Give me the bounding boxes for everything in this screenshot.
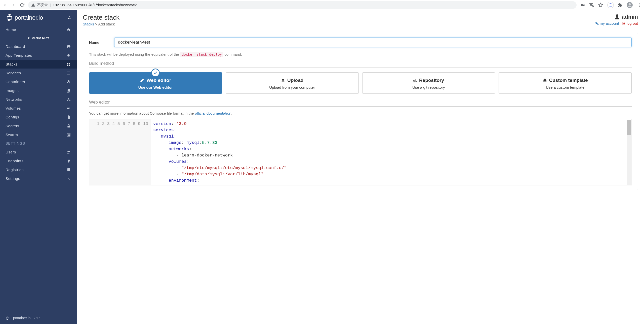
svg-point-3 <box>639 3 640 4</box>
home-icon <box>67 28 71 32</box>
svg-point-2 <box>629 3 631 5</box>
method-subtitle: Use a custom template <box>501 85 629 89</box>
sidebar-item-label: Dashboard <box>6 44 25 49</box>
sidebar-item-secrets[interactable]: Secrets <box>0 121 77 130</box>
sidebar-primary-section: PRIMARY <box>0 34 77 42</box>
sidebar-item-label: Images <box>6 88 19 93</box>
sitemap-icon <box>67 98 71 102</box>
wrench-icon <box>595 22 599 25</box>
sidebar-toggle-icon[interactable] <box>67 16 72 20</box>
svg-rect-16 <box>68 98 69 99</box>
back-button[interactable] <box>3 3 8 8</box>
clone-icon <box>67 89 71 93</box>
breadcrumb-link-stacks[interactable]: Stacks <box>83 22 94 26</box>
method-card-repository[interactable]: gitRepositoryUse a git repository <box>362 72 495 94</box>
sidebar-item-containers[interactable]: Containers <box>0 77 77 86</box>
extension-icon[interactable] <box>607 2 614 8</box>
svg-point-26 <box>69 151 70 152</box>
sidebar-item-dashboard[interactable]: Dashboard <box>0 42 77 51</box>
web-editor-title: Web editor <box>89 100 632 107</box>
sidebar-item-label: Secrets <box>6 124 19 128</box>
sidebar-item-images[interactable]: Images <box>0 86 77 95</box>
sidebar-item-label: Networks <box>6 97 22 102</box>
sidebar-item-label: Settings <box>6 176 20 181</box>
svg-point-29 <box>69 179 70 179</box>
sidebar-item-swarm[interactable]: Swarm <box>0 130 77 139</box>
sidebar-item-label: Home <box>6 27 16 32</box>
official-docs-link[interactable]: official documentation <box>195 111 231 115</box>
my-account-link[interactable]: my account <box>595 21 620 25</box>
svg-marker-0 <box>599 3 603 7</box>
object-group-icon <box>67 133 71 137</box>
sidebar-footer: portainer.io 2.1.1 <box>0 312 77 324</box>
breadcrumb: Stacks > Add stack <box>83 22 119 26</box>
sidebar-item-users[interactable]: Users <box>0 148 77 156</box>
menu-icon[interactable] <box>637 3 641 7</box>
check-icon <box>151 69 160 77</box>
logout-link[interactable]: log out <box>622 21 638 25</box>
url-text: 192.168.64.153:9000/#!/1/docker/stacks/n… <box>53 3 137 7</box>
translate-icon[interactable] <box>589 3 594 8</box>
svg-rect-7 <box>67 63 68 64</box>
sidebar-item-configs[interactable]: Configs <box>0 113 77 121</box>
name-label: Name <box>89 40 114 45</box>
method-title: Custom template <box>549 78 588 83</box>
th-icon <box>67 62 71 66</box>
plug-icon <box>27 37 30 40</box>
reload-button[interactable] <box>20 3 25 8</box>
editor-body[interactable]: version: '3.9' services: mysql: image: m… <box>151 119 631 185</box>
sidebar-item-label: Containers <box>6 80 25 84</box>
cogs-icon <box>67 177 71 181</box>
version-text: 2.1.1 <box>33 316 41 320</box>
method-card-web-editor[interactable]: Web editorUse our Web editor <box>89 72 222 94</box>
svg-rect-24 <box>68 135 69 136</box>
code-editor[interactable]: 1 2 3 4 5 6 7 8 9 10 version: '3.9' serv… <box>89 119 632 185</box>
sidebar: portainer.io Home PRIMARY DashboardApp T… <box>0 10 77 324</box>
sidebar-item-networks[interactable]: Networks <box>0 95 77 104</box>
user-label: admin <box>593 14 638 20</box>
footer-logo-text: portainer.io <box>13 316 30 320</box>
page-title: Create stack <box>83 14 119 21</box>
sidebar-item-volumes[interactable]: Volumes <box>0 104 77 113</box>
method-subtitle: Use our Web editor <box>92 85 219 89</box>
name-input[interactable] <box>114 38 632 47</box>
editor-help-text: You can get more information about Compo… <box>89 111 632 115</box>
extensions-icon[interactable] <box>618 3 622 7</box>
sidebar-item-services[interactable]: Services <box>0 69 77 77</box>
user-icon <box>614 14 620 20</box>
sidebar-item-label: Users <box>6 150 16 154</box>
build-method-title: Build method <box>89 61 632 68</box>
rocket-icon <box>67 53 71 57</box>
sidebar-item-endpoints[interactable]: Endpoints <box>0 156 77 165</box>
svg-rect-9 <box>67 64 68 66</box>
profile-icon[interactable] <box>626 2 633 8</box>
method-subtitle: Use a git repository <box>365 85 493 89</box>
method-title: Web editor <box>146 78 171 83</box>
svg-point-20 <box>69 108 70 109</box>
method-card-upload[interactable]: UploadUpload from your computer <box>226 72 359 94</box>
list-icon <box>67 71 71 75</box>
method-title: Repository <box>419 78 444 83</box>
breadcrumb-current: Add stack <box>98 22 115 26</box>
users-icon <box>67 150 71 154</box>
sidebar-item-registries[interactable]: Registries <box>0 165 77 174</box>
insecure-icon <box>31 3 35 7</box>
plug-icon <box>67 159 71 163</box>
sidebar-settings-header: SETTINGS <box>0 139 77 148</box>
sidebar-item-home[interactable]: Home <box>0 25 77 34</box>
method-card-custom-template[interactable]: Custom templateUse a custom template <box>499 72 632 94</box>
sidebar-item-settings[interactable]: Settings <box>0 174 77 183</box>
sidebar-item-app-templates[interactable]: App Templates <box>0 51 77 60</box>
address-bar[interactable]: 不安全 | 192.168.64.153:9000/#!/1/docker/st… <box>28 1 577 9</box>
dashboard-icon <box>67 45 71 49</box>
main-content: Create stack Stacks > Add stack admin my… <box>77 10 644 324</box>
key-icon[interactable] <box>580 3 585 8</box>
logo[interactable]: portainer.io <box>6 14 43 22</box>
svg-rect-8 <box>69 63 70 64</box>
svg-rect-21 <box>67 126 70 127</box>
forward-button[interactable] <box>11 3 16 8</box>
star-icon[interactable] <box>598 3 603 8</box>
hdd-icon <box>67 106 71 110</box>
sidebar-item-stacks[interactable]: Stacks <box>0 60 77 69</box>
editor-scrollbar[interactable] <box>627 120 631 185</box>
